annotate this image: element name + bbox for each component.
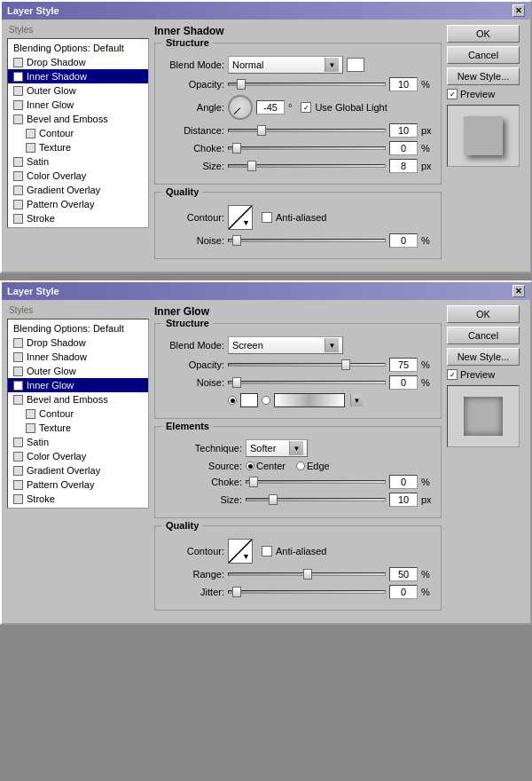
choke-input-2[interactable]	[389, 475, 418, 489]
close-button-1[interactable]: ✕	[512, 4, 525, 17]
angle-input-1[interactable]	[256, 100, 285, 114]
pattern-overlay-checkbox-1[interactable]	[13, 200, 23, 209]
contour-checkbox-1[interactable]	[26, 129, 35, 138]
noise-input-2[interactable]	[389, 375, 418, 390]
bevel-emboss-checkbox-2[interactable]	[13, 395, 23, 405]
noise-slider-2[interactable]	[228, 381, 386, 384]
solid-color-radio-2[interactable]	[228, 396, 237, 405]
technique-dropdown-2[interactable]: Softer ▼	[246, 439, 308, 457]
gradient-radio-2[interactable]	[262, 396, 270, 405]
stroke-checkbox-1[interactable]	[13, 214, 23, 224]
contour-thumb-2[interactable]: ▼	[228, 539, 253, 564]
pattern-overlay-checkbox-2[interactable]	[13, 480, 23, 490]
style-texture-2[interactable]: Texture	[8, 421, 148, 435]
style-color-overlay-2[interactable]: Color Overlay	[8, 449, 148, 463]
bevel-emboss-checkbox-1[interactable]	[13, 114, 23, 124]
style-gradient-overlay-2[interactable]: Gradient Overlay	[8, 463, 148, 477]
texture-checkbox-2[interactable]	[26, 423, 35, 433]
texture-checkbox-1[interactable]	[26, 143, 35, 153]
style-drop-shadow-1[interactable]: Drop Shadow	[8, 55, 148, 69]
stroke-checkbox-2[interactable]	[13, 494, 23, 504]
gradient-swatch-2[interactable]	[274, 393, 345, 407]
contour-thumb-1[interactable]: ▼	[228, 205, 253, 230]
size-input-2[interactable]	[389, 493, 418, 507]
outer-glow-checkbox-2[interactable]	[13, 367, 23, 376]
style-outer-glow-1[interactable]: Outer Glow	[8, 83, 148, 98]
range-input-2[interactable]	[389, 567, 418, 581]
opacity-input-1[interactable]	[389, 77, 418, 91]
style-drop-shadow-2[interactable]: Drop Shadow	[8, 335, 148, 350]
contour-checkbox-2[interactable]	[26, 409, 35, 419]
close-button-2[interactable]: ✕	[512, 285, 525, 297]
style-inner-shadow-1[interactable]: Inner Shadow	[8, 69, 148, 83]
style-gradient-overlay-1[interactable]: Gradient Overlay	[8, 183, 148, 197]
satin-checkbox-1[interactable]	[13, 157, 23, 167]
color-overlay-checkbox-2[interactable]	[13, 452, 23, 462]
noise-input-1[interactable]	[389, 233, 418, 248]
gradient-overlay-checkbox-2[interactable]	[13, 466, 23, 476]
inner-shadow-checkbox-2[interactable]	[13, 352, 23, 362]
satin-checkbox-2[interactable]	[13, 438, 23, 447]
cancel-button-1[interactable]: Cancel	[447, 46, 520, 64]
choke-input-1[interactable]	[389, 141, 418, 155]
blend-mode-dropdown-2[interactable]: Screen ▼	[228, 336, 343, 354]
style-inner-glow-2[interactable]: Inner Glow	[8, 378, 148, 392]
size-input-1[interactable]	[389, 159, 418, 173]
opacity-input-2[interactable]	[389, 358, 418, 372]
inner-shadow-checkbox-1[interactable]	[13, 72, 23, 82]
ok-button-1[interactable]: OK	[447, 25, 520, 43]
global-light-checkbox-1[interactable]	[301, 102, 311, 113]
cancel-button-2[interactable]: Cancel	[447, 327, 520, 344]
anti-aliased-checkbox-2[interactable]	[262, 546, 272, 556]
style-color-overlay-1[interactable]: Color Overlay	[8, 169, 148, 183]
gradient-overlay-checkbox-1[interactable]	[13, 185, 23, 195]
drop-shadow-checkbox-2[interactable]	[13, 338, 23, 348]
gradient-dropdown-arrow-2[interactable]: ▼	[350, 394, 363, 406]
size-slider-2[interactable]	[246, 498, 386, 501]
jitter-input-2[interactable]	[389, 585, 418, 599]
drop-shadow-checkbox-1[interactable]	[13, 58, 23, 67]
source-center-radio-2[interactable]	[246, 462, 254, 470]
solid-color-swatch-2[interactable]	[240, 393, 258, 407]
style-pattern-overlay-2[interactable]: Pattern Overlay	[8, 477, 148, 492]
style-satin-2[interactable]: Satin	[8, 435, 148, 449]
size-slider-1[interactable]	[228, 164, 386, 168]
jitter-slider-2[interactable]	[228, 590, 386, 594]
blend-color-swatch-1[interactable]	[347, 58, 364, 72]
ok-button-2[interactable]: OK	[447, 305, 520, 323]
range-slider-2[interactable]	[228, 572, 386, 576]
blending-options-item-1[interactable]: Blending Options: Default	[8, 41, 148, 55]
style-outer-glow-2[interactable]: Outer Glow	[8, 364, 148, 378]
blending-options-item-2[interactable]: Blending Options: Default	[8, 321, 148, 335]
style-stroke-2[interactable]: Stroke	[8, 492, 148, 506]
source-edge-item-2[interactable]: Edge	[296, 461, 330, 471]
new-style-button-2[interactable]: New Style...	[447, 348, 520, 366]
opacity-slider-2[interactable]	[228, 363, 386, 367]
opacity-slider-1[interactable]	[228, 83, 386, 86]
style-satin-1[interactable]: Satin	[8, 154, 148, 169]
style-contour-1[interactable]: Contour	[8, 126, 148, 140]
preview-checkbox-1[interactable]	[447, 89, 458, 99]
source-edge-radio-2[interactable]	[296, 462, 305, 470]
style-pattern-overlay-1[interactable]: Pattern Overlay	[8, 197, 148, 211]
style-stroke-1[interactable]: Stroke	[8, 211, 148, 225]
new-style-button-1[interactable]: New Style...	[447, 67, 520, 85]
color-overlay-checkbox-1[interactable]	[13, 171, 23, 181]
anti-aliased-checkbox-1[interactable]	[262, 212, 272, 223]
source-center-item-2[interactable]: Center	[246, 461, 286, 471]
noise-slider-1[interactable]	[228, 239, 386, 242]
choke-slider-1[interactable]	[228, 146, 386, 150]
angle-dial-1[interactable]	[228, 95, 253, 120]
choke-slider-2[interactable]	[246, 480, 386, 484]
style-bevel-emboss-2[interactable]: Bevel and Emboss	[8, 392, 148, 406]
distance-input-1[interactable]	[389, 123, 418, 138]
blend-mode-dropdown-1[interactable]: Normal ▼	[228, 56, 343, 74]
style-texture-1[interactable]: Texture	[8, 140, 148, 154]
inner-glow-checkbox-1[interactable]	[13, 100, 23, 110]
style-inner-glow-1[interactable]: Inner Glow	[8, 98, 148, 112]
distance-slider-1[interactable]	[228, 129, 386, 132]
preview-checkbox-2[interactable]	[447, 369, 458, 380]
inner-glow-checkbox-2[interactable]	[13, 381, 23, 390]
style-inner-shadow-2[interactable]: Inner Shadow	[8, 350, 148, 364]
outer-glow-checkbox-1[interactable]	[13, 86, 23, 96]
